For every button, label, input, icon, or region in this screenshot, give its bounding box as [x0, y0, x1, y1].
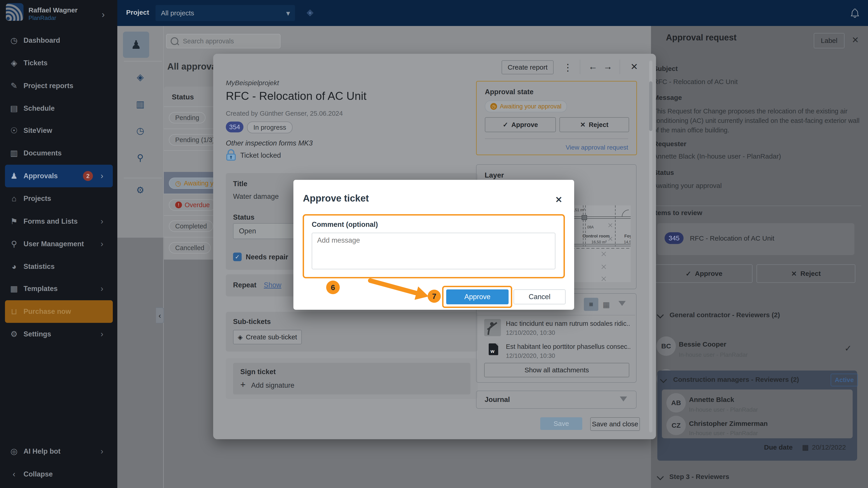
- sidebar-item-project-reports[interactable]: ✎Project reports: [0, 74, 117, 97]
- comment-label: Comment (optional): [312, 221, 378, 229]
- sidebar-item-siteview[interactable]: ☉SiteView: [0, 119, 117, 142]
- card-divider: [485, 138, 628, 139]
- sidebar-item-tickets[interactable]: ◈Tickets: [0, 52, 117, 74]
- panel-approve-button[interactable]: ✓Approve: [655, 264, 752, 283]
- rail-clock-icon[interactable]: ◷: [117, 125, 163, 136]
- grid-view-icon[interactable]: ▦: [602, 300, 610, 309]
- status-badge[interactable]: Cancelled: [169, 242, 211, 254]
- list-view-icon[interactable]: ≡: [584, 298, 598, 311]
- rail-approvals-stamp-icon[interactable]: ♟: [123, 32, 149, 58]
- rail-folder-icon[interactable]: ▥: [117, 99, 163, 109]
- search-input[interactable]: Search approvals: [166, 34, 281, 48]
- sidebar-expand-icon[interactable]: ›: [102, 9, 105, 20]
- journal-label: Journal: [485, 396, 510, 404]
- sidebar-item-user-management[interactable]: ⚲User Management›: [0, 233, 117, 255]
- label-button[interactable]: Label: [814, 33, 844, 48]
- repeat-show-link[interactable]: Show: [264, 281, 281, 289]
- chevron-right-icon: ›: [101, 284, 103, 293]
- status-badge-overdue[interactable]: ! Overdue: [169, 199, 216, 210]
- sidebar-item-statistics[interactable]: ◕Statistics: [0, 255, 117, 278]
- create-subticket-button[interactable]: ◈ Create sub-ticket: [233, 330, 302, 344]
- sidebar-item-schedule[interactable]: ▤Schedule: [0, 97, 117, 120]
- sidebar-collapse-button[interactable]: ‹Collapse: [0, 463, 117, 486]
- word-doc-icon[interactable]: w: [489, 344, 498, 355]
- reviewer-meta: In-house user - PlanRadar: [679, 351, 748, 358]
- create-report-button[interactable]: Create report: [502, 60, 554, 74]
- subtickets-label: Sub-tickets: [233, 318, 271, 326]
- modal-cancel-button[interactable]: Cancel: [514, 289, 565, 304]
- dialog-reject-button[interactable]: ✕Reject: [559, 117, 629, 132]
- siteview-icon: ☉: [8, 126, 20, 135]
- sidebar-item-templates[interactable]: ▦Templates›: [0, 278, 117, 300]
- annotation-arrow: [368, 278, 431, 303]
- active-badge: Active: [831, 374, 858, 386]
- close-icon[interactable]: ✕: [630, 61, 638, 72]
- chevron-down-icon[interactable]: [657, 473, 664, 480]
- reviewer-group-title[interactable]: Construction managers - Reviewers (2): [673, 376, 799, 383]
- dialog-scrollbar-thumb[interactable]: [649, 81, 652, 131]
- kebab-menu-icon[interactable]: ⋮: [563, 62, 572, 73]
- tag-icon[interactable]: ◈: [307, 7, 313, 17]
- journal-card[interactable]: Journal: [476, 391, 637, 409]
- attachment-title[interactable]: Est habitant leo porttitor phasellus con…: [506, 343, 630, 350]
- rail-tag-icon[interactable]: ◈: [117, 72, 163, 82]
- x-icon: ✕: [791, 270, 797, 278]
- reviewer-group-title[interactable]: Step 3 - Reviewers: [669, 473, 729, 481]
- save-button[interactable]: Save: [540, 417, 582, 430]
- bell-icon[interactable]: [850, 8, 860, 18]
- layer-label: Layer: [485, 171, 504, 180]
- sidebar-item-ai-help-bot[interactable]: ◎AI Help bot›: [0, 440, 117, 463]
- panel-collapse-button[interactable]: ‹: [156, 307, 164, 323]
- status-badge[interactable]: Pending: [169, 112, 206, 123]
- status-badge[interactable]: Completed: [169, 221, 213, 232]
- approval-request-panel: Approval request Label ✕ Subject RFC - R…: [651, 26, 868, 488]
- subject-value: RFC - Relocation of AC Unit: [653, 78, 738, 86]
- needs-repair-checkbox[interactable]: ✓: [233, 253, 242, 261]
- chevron-down-icon: ▾: [286, 8, 290, 18]
- status-value: Awaiting your approval: [653, 182, 722, 190]
- report-icon: ✎: [8, 81, 20, 91]
- close-icon[interactable]: ✕: [555, 195, 562, 205]
- modal-approve-button[interactable]: Approve: [446, 289, 508, 304]
- prev-arrow-icon[interactable]: ←: [588, 61, 597, 72]
- approve-ticket-modal: Approve ticket ✕ Comment (optional) 6 7 …: [293, 180, 574, 310]
- search-icon: [170, 37, 178, 45]
- sidebar-item-approvals[interactable]: ♟ Approvals 2 ›: [5, 165, 113, 187]
- filter-icon[interactable]: [620, 396, 627, 401]
- filter-icon[interactable]: [618, 301, 626, 306]
- review-item-card[interactable]: 345 RFC - Relocation of AC Unit: [657, 223, 855, 255]
- flag-icon: ⚑: [8, 217, 20, 226]
- close-icon[interactable]: ✕: [852, 35, 859, 45]
- show-all-attachments-button[interactable]: Show all attachments: [484, 363, 629, 377]
- project-section-label: Project: [126, 8, 149, 16]
- project-selector[interactable]: All projects ▾: [156, 5, 295, 21]
- rail-person-icon[interactable]: ⚲: [117, 153, 163, 163]
- plan-room: Control room: [583, 234, 610, 238]
- view-approval-request-link[interactable]: View approval request: [485, 144, 628, 151]
- chevron-down-icon[interactable]: [657, 311, 664, 318]
- rail-gear-icon[interactable]: ⚙: [117, 185, 163, 195]
- comment-textarea[interactable]: [312, 233, 555, 269]
- sidebar-item-forms-and-lists[interactable]: ⚑Forms and Lists›: [0, 210, 117, 233]
- dialog-approve-button[interactable]: ✓Approve: [485, 117, 556, 132]
- reviewer-group-title[interactable]: General contractor - Reviewers (2): [670, 311, 780, 319]
- sidebar-item-dashboard[interactable]: ◷Dashboard: [0, 29, 117, 52]
- sidebar-item-projects[interactable]: ⌂Projects: [0, 187, 117, 210]
- next-arrow-icon[interactable]: →: [603, 61, 612, 72]
- reviewer-meta: In-house user - PlanRadar: [689, 406, 758, 413]
- sidebar-item-documents[interactable]: ▥Documents: [0, 142, 117, 164]
- sidebar-item-settings[interactable]: ⚙Settings›: [0, 323, 117, 346]
- status-column-header[interactable]: Status: [172, 93, 194, 101]
- save-and-close-button[interactable]: Save and close: [590, 417, 640, 431]
- clock-icon: ◷: [175, 180, 181, 187]
- reviewer-name: Bessie Cooper: [679, 340, 726, 348]
- attachment-photo-thumbnail[interactable]: [484, 319, 501, 336]
- attachment-title[interactable]: Hac tincidunt eu nam rutrum sodales ridi…: [506, 320, 630, 327]
- user-name: Raffael Wagner: [29, 6, 78, 14]
- panel-reject-button[interactable]: ✕Reject: [756, 264, 855, 283]
- avatar: AB: [666, 393, 686, 413]
- rail-separator: [124, 61, 162, 61]
- requester-value: Annette Black (In-house user - PlanRadar…: [653, 153, 781, 160]
- add-signature-button[interactable]: Add signature: [251, 381, 294, 390]
- sidebar-item-purchase-now[interactable]: ⊔ Purchase now: [5, 300, 113, 323]
